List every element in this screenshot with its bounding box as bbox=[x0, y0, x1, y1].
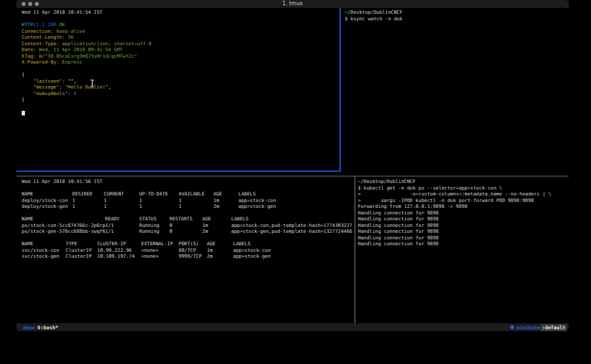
http-status-line: HTTP/1.1 200 OK bbox=[22, 22, 339, 28]
http-header-line: ETag: W/"38-05coCsrg3mQ75sHr1d/qcMTwYZc" bbox=[22, 53, 339, 60]
cwd-line: ~/Desktop/DublinCNCF bbox=[345, 9, 569, 16]
command-line: $ kubectl get -n dok po --selector=app=s… bbox=[358, 185, 569, 192]
table-header-row: NAMEREADYSTATUSRESTARTSAGELABELS bbox=[22, 216, 355, 222]
http-header-line: X-Powered-By: Express bbox=[22, 59, 339, 66]
connection-log-line: Handling connection for 9898 bbox=[358, 235, 569, 241]
port-forward-command: $ kubectl get -n dok po --selector=app=s… bbox=[358, 185, 569, 204]
table-row: svc/stock-genClusterIP10.109.197.74<none… bbox=[22, 253, 355, 260]
table-row: svc/stock-conClusterIP10.99.222.96<none>… bbox=[22, 247, 355, 254]
zoom-button-icon[interactable] bbox=[35, 2, 39, 6]
connection-log-line: Handling connection for 9898 bbox=[358, 228, 569, 235]
pane-http-response[interactable]: Wed 11 Apr 2018 10:41:54 IST HTTP/1.1 20… bbox=[16, 8, 341, 172]
json-close-brace: } bbox=[22, 96, 339, 103]
table-row: deploy/stock-gen11112mapp=stock-gen bbox=[22, 203, 355, 210]
pane-kubectl-get[interactable]: Wed 11 Apr 2018 10:41:56 IST NAMEDESIRED… bbox=[16, 176, 355, 323]
pane-port-forward[interactable]: ~/Desktop/DublinCNCF $ kubectl get -n do… bbox=[355, 176, 569, 323]
connection-log-line: Handling connection for 9898 bbox=[358, 210, 569, 216]
forwarding-line: Forwarding from 127.0.0.1:9898 -> 9898 bbox=[358, 203, 569, 210]
http-header-line: Content-Length: 56 bbox=[22, 34, 339, 41]
prompt-cursor-line bbox=[22, 109, 339, 115]
table-row: po/stock-gen-576cc688bb-swqf61/1Running0… bbox=[22, 228, 355, 235]
kube-namespace: :default bbox=[540, 324, 567, 331]
command-line: > -o=custom-columns=:metadata.name --no-… bbox=[358, 191, 569, 197]
window-tab-bash[interactable]: 0:bash* bbox=[37, 325, 58, 331]
http-header-line: Content-Type: application/json; charset=… bbox=[22, 41, 339, 47]
traffic-lights bbox=[22, 0, 39, 8]
window-titlebar[interactable]: 1. tmux bbox=[16, 0, 569, 8]
services-table: NAMETYPECLUSTER-IPEXTERNAL-IPPORT(S)AGEL… bbox=[22, 241, 355, 260]
pods-table: NAMEREADYSTATUSRESTARTSAGELABELSpo/stock… bbox=[22, 216, 355, 235]
connection-log-line: Handling connection for 9898 bbox=[358, 241, 569, 247]
desktop-background: 1. tmux Wed 11 Apr 2018 10:41:54 IST HTT… bbox=[0, 0, 591, 364]
http-headers: Connection: keep-aliveContent-Length: 56… bbox=[22, 28, 339, 66]
ksync-command-line: $ ksync watch -n dok bbox=[345, 16, 569, 22]
http-header-line: Date: Wed, 11 Apr 2018 09:41:54 GMT bbox=[22, 47, 339, 53]
mouse-cursor-ibeam-icon bbox=[90, 79, 95, 87]
table-row: po/stock-con-5cc874766c-2p6rp1/1Running0… bbox=[22, 222, 355, 229]
session-name: demo bbox=[23, 325, 35, 331]
connection-log-line: Handling connection for 9898 bbox=[358, 222, 569, 229]
json-field-line: "message": "Hello Dublin!", bbox=[22, 84, 339, 91]
json-open-brace: { bbox=[22, 71, 339, 78]
status-left: demo 0:bash* bbox=[23, 325, 58, 331]
kubernetes-icon bbox=[510, 325, 514, 329]
tmux-panes: Wed 11 Apr 2018 10:41:54 IST HTTP/1.1 20… bbox=[16, 8, 569, 323]
pane-ksync[interactable]: ~/Desktop/DublinCNCF $ ksync watch -n do… bbox=[343, 8, 569, 173]
http-reason: OK bbox=[59, 22, 65, 28]
json-field-line: "lastseen": "", bbox=[22, 78, 339, 85]
json-body: { "lastseen": "", "message": "Hello Dubl… bbox=[22, 71, 339, 103]
minimize-button-icon[interactable] bbox=[28, 2, 32, 6]
timestamp-line: Wed 11 Apr 2018 10:41:56 IST bbox=[22, 178, 355, 185]
window-title: 1. tmux bbox=[16, 0, 569, 8]
close-button-icon[interactable] bbox=[22, 2, 26, 6]
timestamp-line: Wed 11 Apr 2018 10:41:54 IST bbox=[22, 9, 339, 16]
kube-context: minikube bbox=[517, 325, 540, 331]
command-line: > xargs -IPOD kubectl -n dok port-forwar… bbox=[358, 197, 569, 204]
terminal-cursor bbox=[22, 111, 25, 115]
port-forward-output: Handling connection for 9898Handling con… bbox=[358, 210, 569, 247]
table-row: deploy/stock-con11111mapp=stock-con bbox=[22, 197, 355, 204]
http-proto: HTTP/ bbox=[22, 22, 36, 28]
connection-log-line: Handling connection for 9898 bbox=[358, 216, 569, 222]
cwd-line: ~/Desktop/DublinCNCF bbox=[358, 178, 569, 185]
table-header-row: NAMEDESIREDCURRENTUP-TO-DATEAVAILABLEAGE… bbox=[22, 191, 355, 197]
http-header-line: Connection: keep-alive bbox=[22, 28, 339, 35]
json-field-line: "numsymbols": 4 bbox=[22, 91, 339, 97]
terminal-window: 1. tmux Wed 11 Apr 2018 10:41:54 IST HTT… bbox=[16, 0, 569, 331]
tmux-status-bar: demo 0:bash* minikube:default bbox=[16, 323, 569, 331]
deployments-table: NAMEDESIREDCURRENTUP-TO-DATEAVAILABLEAGE… bbox=[22, 191, 355, 210]
http-version-code: 1.1 200 bbox=[36, 22, 59, 28]
status-right: minikube:default bbox=[510, 325, 567, 331]
kube-context-segment: minikube:default bbox=[517, 325, 567, 331]
table-header-row: NAMETYPECLUSTER-IPEXTERNAL-IPPORT(S)AGEL… bbox=[22, 241, 355, 247]
